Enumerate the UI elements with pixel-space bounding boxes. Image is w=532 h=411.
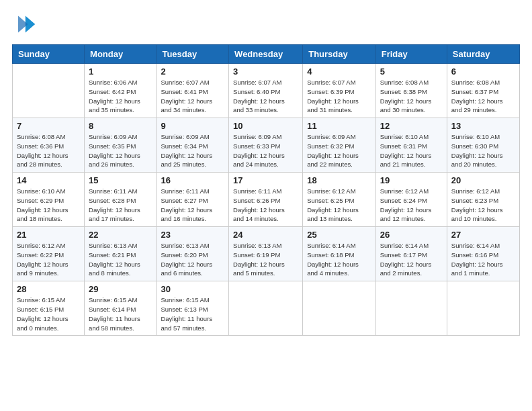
day-info: Sunrise: 6:14 AM Sunset: 6:16 PM Dayligh…	[451, 241, 515, 278]
day-number: 26	[380, 230, 443, 240]
calendar-cell	[303, 281, 375, 336]
calendar-cell: 20Sunrise: 6:12 AM Sunset: 6:23 PM Dayli…	[447, 173, 519, 227]
day-info: Sunrise: 6:10 AM Sunset: 6:29 PM Dayligh…	[17, 187, 80, 224]
calendar-cell: 18Sunrise: 6:12 AM Sunset: 6:25 PM Dayli…	[303, 173, 375, 227]
calendar-cell: 27Sunrise: 6:14 AM Sunset: 6:16 PM Dayli…	[447, 227, 519, 281]
day-number: 16	[161, 175, 224, 185]
day-number: 3	[233, 66, 298, 77]
day-number: 5	[380, 66, 443, 77]
day-info: Sunrise: 6:11 AM Sunset: 6:27 PM Dayligh…	[161, 187, 224, 224]
logo	[12, 12, 39, 36]
calendar-cell: 12Sunrise: 6:10 AM Sunset: 6:31 PM Dayli…	[375, 118, 447, 173]
day-info: Sunrise: 6:12 AM Sunset: 6:25 PM Dayligh…	[307, 187, 371, 224]
calendar-cell: 19Sunrise: 6:12 AM Sunset: 6:24 PM Dayli…	[375, 173, 447, 227]
day-number: 9	[161, 121, 224, 131]
day-number: 28	[17, 284, 80, 294]
calendar-cell: 7Sunrise: 6:08 AM Sunset: 6:36 PM Daylig…	[13, 118, 85, 173]
calendar-week-row: 21Sunrise: 6:12 AM Sunset: 6:22 PM Dayli…	[13, 227, 520, 281]
day-number: 30	[161, 284, 224, 294]
day-number: 17	[233, 175, 298, 185]
col-header-wednesday: Wednesday	[229, 45, 303, 64]
day-number: 24	[233, 230, 298, 240]
day-info: Sunrise: 6:14 AM Sunset: 6:17 PM Dayligh…	[380, 241, 443, 278]
calendar-table: SundayMondayTuesdayWednesdayThursdayFrid…	[12, 44, 520, 336]
calendar-cell: 30Sunrise: 6:15 AM Sunset: 6:13 PM Dayli…	[157, 281, 229, 336]
day-info: Sunrise: 6:15 AM Sunset: 6:15 PM Dayligh…	[17, 295, 80, 332]
day-info: Sunrise: 6:15 AM Sunset: 6:13 PM Dayligh…	[161, 295, 224, 332]
calendar-week-row: 1Sunrise: 6:06 AM Sunset: 6:42 PM Daylig…	[13, 64, 520, 118]
col-header-thursday: Thursday	[303, 45, 375, 64]
col-header-friday: Friday	[375, 45, 447, 64]
calendar-cell: 15Sunrise: 6:11 AM Sunset: 6:28 PM Dayli…	[85, 173, 157, 227]
col-header-saturday: Saturday	[447, 45, 519, 64]
day-info: Sunrise: 6:12 AM Sunset: 6:22 PM Dayligh…	[17, 241, 80, 278]
day-number: 21	[17, 230, 80, 240]
calendar-cell: 5Sunrise: 6:08 AM Sunset: 6:38 PM Daylig…	[375, 64, 447, 118]
day-info: Sunrise: 6:09 AM Sunset: 6:34 PM Dayligh…	[161, 132, 224, 169]
day-number: 25	[307, 230, 371, 240]
calendar-cell	[375, 281, 447, 336]
day-number: 7	[17, 121, 80, 131]
day-number: 4	[307, 66, 371, 77]
day-number: 10	[233, 121, 298, 131]
calendar-cell	[229, 281, 303, 336]
day-number: 22	[89, 230, 152, 240]
day-info: Sunrise: 6:11 AM Sunset: 6:28 PM Dayligh…	[89, 187, 152, 224]
day-number: 29	[89, 284, 152, 294]
calendar-header-row: SundayMondayTuesdayWednesdayThursdayFrid…	[13, 45, 520, 64]
col-header-sunday: Sunday	[13, 45, 85, 64]
calendar-cell: 3Sunrise: 6:07 AM Sunset: 6:40 PM Daylig…	[229, 64, 303, 118]
day-number: 18	[307, 175, 371, 185]
day-number: 2	[161, 66, 224, 77]
day-info: Sunrise: 6:08 AM Sunset: 6:37 PM Dayligh…	[451, 78, 515, 115]
calendar-cell: 17Sunrise: 6:11 AM Sunset: 6:26 PM Dayli…	[229, 173, 303, 227]
calendar-cell	[13, 64, 85, 118]
day-info: Sunrise: 6:15 AM Sunset: 6:14 PM Dayligh…	[89, 295, 152, 332]
calendar-cell: 4Sunrise: 6:07 AM Sunset: 6:39 PM Daylig…	[303, 64, 375, 118]
day-number: 20	[451, 175, 515, 185]
calendar-cell: 13Sunrise: 6:10 AM Sunset: 6:30 PM Dayli…	[447, 118, 519, 173]
day-number: 23	[161, 230, 224, 240]
calendar-cell: 25Sunrise: 6:14 AM Sunset: 6:18 PM Dayli…	[303, 227, 375, 281]
day-info: Sunrise: 6:06 AM Sunset: 6:42 PM Dayligh…	[89, 78, 152, 115]
day-number: 11	[307, 121, 371, 131]
day-info: Sunrise: 6:13 AM Sunset: 6:19 PM Dayligh…	[233, 241, 298, 278]
calendar-cell: 23Sunrise: 6:13 AM Sunset: 6:20 PM Dayli…	[157, 227, 229, 281]
day-info: Sunrise: 6:09 AM Sunset: 6:32 PM Dayligh…	[307, 132, 371, 169]
calendar-cell: 14Sunrise: 6:10 AM Sunset: 6:29 PM Dayli…	[13, 173, 85, 227]
day-number: 12	[380, 121, 443, 131]
day-info: Sunrise: 6:12 AM Sunset: 6:23 PM Dayligh…	[451, 187, 515, 224]
calendar-week-row: 7Sunrise: 6:08 AM Sunset: 6:36 PM Daylig…	[13, 118, 520, 173]
day-number: 13	[451, 121, 515, 131]
calendar-cell: 29Sunrise: 6:15 AM Sunset: 6:14 PM Dayli…	[85, 281, 157, 336]
col-header-monday: Monday	[85, 45, 157, 64]
day-info: Sunrise: 6:07 AM Sunset: 6:39 PM Dayligh…	[307, 78, 371, 115]
calendar-cell	[447, 281, 519, 336]
day-info: Sunrise: 6:10 AM Sunset: 6:30 PM Dayligh…	[451, 132, 515, 169]
calendar-week-row: 14Sunrise: 6:10 AM Sunset: 6:29 PM Dayli…	[13, 173, 520, 227]
day-info: Sunrise: 6:13 AM Sunset: 6:20 PM Dayligh…	[161, 241, 224, 278]
day-info: Sunrise: 6:08 AM Sunset: 6:36 PM Dayligh…	[17, 132, 80, 169]
day-info: Sunrise: 6:07 AM Sunset: 6:41 PM Dayligh…	[161, 78, 224, 115]
calendar-cell: 26Sunrise: 6:14 AM Sunset: 6:17 PM Dayli…	[375, 227, 447, 281]
day-info: Sunrise: 6:10 AM Sunset: 6:31 PM Dayligh…	[380, 132, 443, 169]
calendar-cell: 2Sunrise: 6:07 AM Sunset: 6:41 PM Daylig…	[157, 64, 229, 118]
calendar-cell: 11Sunrise: 6:09 AM Sunset: 6:32 PM Dayli…	[303, 118, 375, 173]
calendar-cell: 24Sunrise: 6:13 AM Sunset: 6:19 PM Dayli…	[229, 227, 303, 281]
day-info: Sunrise: 6:07 AM Sunset: 6:40 PM Dayligh…	[233, 78, 298, 115]
calendar-cell: 10Sunrise: 6:09 AM Sunset: 6:33 PM Dayli…	[229, 118, 303, 173]
day-number: 1	[89, 66, 152, 77]
calendar-cell: 16Sunrise: 6:11 AM Sunset: 6:27 PM Dayli…	[157, 173, 229, 227]
page: SundayMondayTuesdayWednesdayThursdayFrid…	[0, 0, 532, 411]
day-number: 15	[89, 175, 152, 185]
day-number: 19	[380, 175, 443, 185]
calendar-cell: 28Sunrise: 6:15 AM Sunset: 6:15 PM Dayli…	[13, 281, 85, 336]
day-info: Sunrise: 6:13 AM Sunset: 6:21 PM Dayligh…	[89, 241, 152, 278]
calendar-cell: 8Sunrise: 6:09 AM Sunset: 6:35 PM Daylig…	[85, 118, 157, 173]
calendar-cell: 22Sunrise: 6:13 AM Sunset: 6:21 PM Dayli…	[85, 227, 157, 281]
day-info: Sunrise: 6:14 AM Sunset: 6:18 PM Dayligh…	[307, 241, 371, 278]
day-number: 8	[89, 121, 152, 131]
header	[12, 12, 520, 36]
col-header-tuesday: Tuesday	[157, 45, 229, 64]
day-number: 6	[451, 66, 515, 77]
